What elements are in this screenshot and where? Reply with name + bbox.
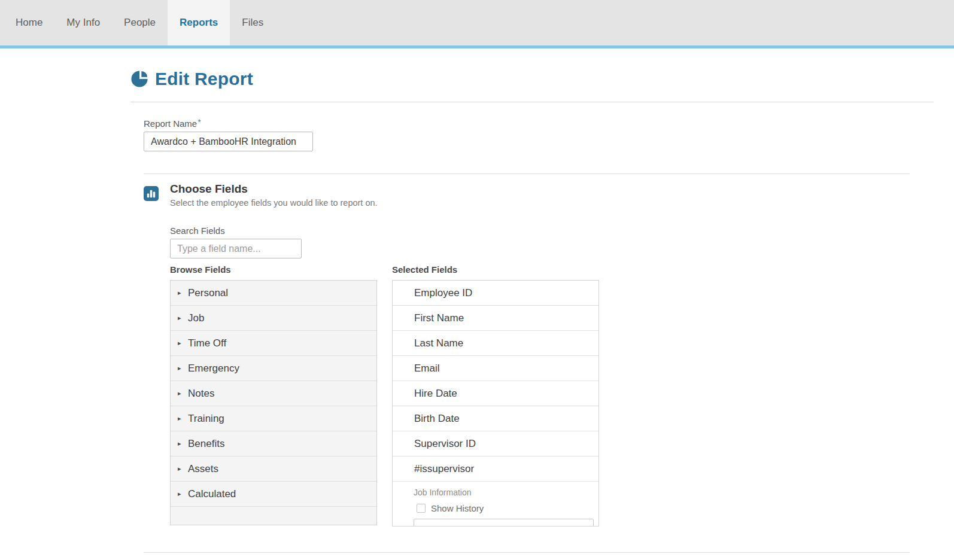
selected-field-label: Employee ID [414, 287, 472, 299]
category-label: Job [188, 312, 204, 324]
bar-chart-icon [144, 186, 159, 201]
selected-field-label: Supervisor ID [414, 438, 476, 450]
caret-right-icon: ▸ [178, 315, 188, 321]
caret-right-icon: ▸ [178, 365, 188, 372]
category-label: Notes [188, 388, 214, 400]
tab-my-info[interactable]: My Info [54, 0, 112, 45]
selected-field-label: First Name [414, 312, 464, 324]
show-history-label: Show History [431, 503, 484, 513]
selected-fields-list: Employee ID First Name Last Name [392, 280, 599, 526]
browse-field-category[interactable]: ▸ Job [171, 306, 376, 331]
tab-reports[interactable]: Reports [168, 0, 230, 45]
selected-field-label: #issupervisor [414, 463, 474, 475]
selected-field-label: Hire Date [414, 388, 457, 400]
caret-right-icon: ▸ [178, 440, 188, 447]
selected-field-item[interactable]: Employee ID [393, 281, 598, 306]
selected-field-item[interactable]: First Name [393, 306, 598, 331]
browse-field-category[interactable]: ▸ Training [171, 406, 376, 431]
caret-right-icon: ▸ [178, 290, 188, 296]
section-divider [144, 174, 910, 174]
selected-field-item[interactable]: Birth Date [393, 406, 598, 431]
browse-field-category[interactable]: ▸ Calculated [171, 482, 376, 507]
selected-field-label: Last Name [414, 337, 463, 349]
browse-field-category[interactable]: ▸ Assets [171, 456, 376, 482]
caret-right-icon: ▸ [178, 390, 188, 397]
selected-fields-column: Selected Fields Employee ID First Name [392, 264, 599, 526]
category-label: Time Off [188, 337, 226, 349]
report-name-label-text: Report Name [144, 118, 197, 129]
browse-fields-label: Browse Fields [170, 264, 377, 275]
selected-field-item[interactable]: Email [393, 356, 598, 381]
browse-field-category[interactable]: ▸ Benefits [171, 431, 376, 456]
caret-right-icon: ▸ [178, 465, 188, 472]
category-label: Emergency [188, 363, 239, 375]
selected-field-label: Email [414, 363, 440, 375]
selected-field-item[interactable]: Supervisor ID [393, 431, 598, 456]
caret-right-icon: ▸ [178, 491, 188, 497]
choose-fields-section: Choose Fields Select the employee fields… [0, 182, 954, 526]
report-name-label: Report Name* [144, 117, 954, 129]
selected-field-item[interactable]: #issupervisor [393, 456, 598, 482]
browse-field-category[interactable]: ▸ Personal [171, 281, 376, 306]
caret-right-icon: ▸ [178, 340, 188, 346]
job-information-group: Job Information Show History [393, 482, 598, 526]
browse-field-category[interactable]: ▸ Emergency [171, 356, 376, 381]
required-asterisk: * [198, 117, 200, 127]
category-label: Benefits [188, 438, 224, 450]
report-name-section: Report Name* [144, 117, 954, 151]
search-fields-label: Search Fields [170, 226, 954, 236]
tab-home[interactable]: Home [4, 0, 54, 45]
job-information-label: Job Information [414, 488, 594, 497]
report-name-input[interactable] [144, 132, 313, 151]
job-information-field-box[interactable] [414, 519, 594, 526]
top-nav: Home My Info People Reports Files [0, 0, 954, 48]
title-divider [130, 102, 934, 102]
browse-field-category[interactable]: ▸ Time Off [171, 331, 376, 356]
selected-field-label: Birth Date [414, 413, 460, 425]
selected-fields-label: Selected Fields [392, 264, 599, 275]
show-history-checkbox[interactable] [417, 504, 426, 513]
bottom-divider [144, 552, 910, 553]
category-label: Personal [188, 287, 228, 299]
browse-fields-column: Browse Fields ▸ Personal ▸ Job [170, 264, 377, 526]
category-label: Assets [188, 463, 218, 475]
tab-people[interactable]: People [112, 0, 168, 45]
category-label: Calculated [188, 488, 236, 500]
search-fields-input[interactable] [170, 239, 302, 258]
tab-files[interactable]: Files [230, 0, 275, 45]
edit-report-page: Edit Report Report Name* Choose Fields S… [0, 69, 954, 553]
browse-field-category[interactable]: ▸ Notes [171, 381, 376, 406]
category-label: Training [188, 413, 224, 425]
pie-chart-icon [130, 70, 148, 88]
show-history-option[interactable]: Show History [417, 503, 594, 513]
selected-field-item[interactable]: Hire Date [393, 381, 598, 406]
selected-field-item[interactable]: Last Name [393, 331, 598, 356]
choose-fields-subtitle: Select the employee fields you would lik… [170, 198, 378, 208]
choose-fields-title: Choose Fields [170, 182, 378, 196]
caret-right-icon: ▸ [178, 415, 188, 422]
page-title: Edit Report [155, 69, 253, 89]
browse-fields-list: ▸ Personal ▸ Job ▸ Time Off [170, 280, 377, 525]
